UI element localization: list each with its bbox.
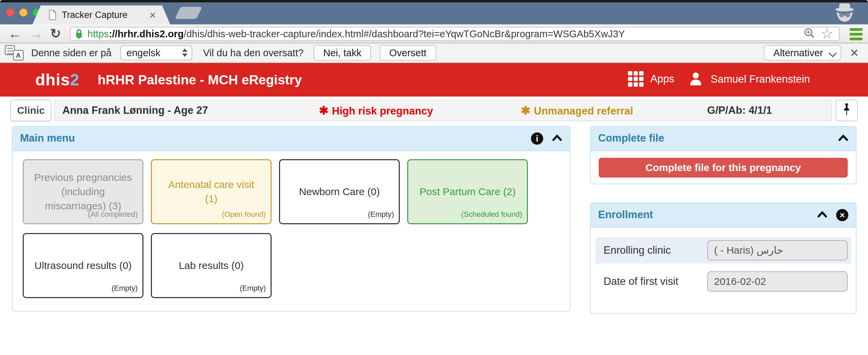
- patient-summary-bar: Clinic Anna Frank Lønning - Age 27 ✱High…: [0, 97, 868, 125]
- enrolling-clinic-label: Enrolling clinic: [604, 237, 671, 264]
- org-unit-button[interactable]: Clinic: [10, 100, 52, 121]
- user-menu[interactable]: Samuel Frankenstein: [688, 70, 810, 88]
- new-tab-button[interactable]: [175, 7, 202, 19]
- card-newborn-care[interactable]: Newborn Care (0) (Empty): [279, 159, 400, 224]
- translate-infobar: A Denne siden er på engelsk Vil du ha de…: [0, 43, 868, 63]
- url-path: /dhis/dhis-web-tracker-capture/index.htm…: [184, 28, 625, 39]
- card-lab-results[interactable]: Lab results (0) (Empty): [151, 233, 272, 298]
- language-select[interactable]: engelsk: [120, 45, 192, 60]
- asterisk-icon: ✱: [319, 104, 329, 117]
- complete-file-title: Complete file: [598, 127, 664, 150]
- url-scheme: https: [87, 28, 109, 39]
- forward-button[interactable]: →: [29, 25, 43, 42]
- window-minimize-button[interactable]: [19, 8, 27, 17]
- back-button[interactable]: ←: [8, 25, 22, 42]
- browser-tab[interactable]: Tracker Capture ×: [33, 5, 170, 24]
- date-of-first-visit-label: Date of first visit: [604, 268, 678, 295]
- browser-menu-button[interactable]: [850, 28, 863, 40]
- asterisk-icon: ✱: [521, 104, 531, 117]
- translate-decline-button[interactable]: Nei, takk: [314, 45, 371, 61]
- card-status: (Empty): [368, 209, 394, 220]
- main-menu-widget: Main menu i Previous pregnancies (includ…: [12, 126, 570, 312]
- card-label: Post Partum Care (2): [419, 185, 515, 199]
- card-status: (Empty): [240, 283, 266, 294]
- translate-options-button[interactable]: Alternativer: [764, 45, 842, 61]
- dhis2-logo[interactable]: dhis2: [35, 70, 79, 89]
- tab-title: Tracker Capture: [62, 10, 127, 20]
- collapse-chevron-up-icon[interactable]: [838, 134, 848, 143]
- complete-file-widget: Complete file Complete file for this pre…: [590, 126, 856, 184]
- apps-label: Apps: [650, 73, 674, 85]
- chevron-down-icon: [829, 49, 837, 57]
- translate-icon: A: [5, 45, 24, 61]
- collapse-chevron-up-icon[interactable]: [817, 211, 827, 220]
- card-status: (Open found): [222, 209, 266, 220]
- window-close-button[interactable]: [6, 8, 14, 17]
- url-text: https://hrhr.dhis2.org/dhis/dhis-web-tra…: [87, 28, 625, 40]
- user-name: Samuel Frankenstein: [711, 73, 810, 85]
- date-of-first-visit-field: 2016-02-02: [707, 271, 848, 292]
- user-icon: [688, 70, 704, 88]
- url-domain: ://hrhr.dhis2.org: [109, 28, 184, 39]
- enrollment-header[interactable]: Enrollment ×: [591, 203, 856, 228]
- collapse-chevron-up-icon[interactable]: [552, 134, 562, 143]
- apps-grid-icon: [628, 71, 644, 87]
- bookmark-star-icon[interactable]: ☆: [821, 27, 833, 41]
- apps-menu[interactable]: Apps: [628, 71, 674, 87]
- high-risk-flag: ✱High risk pregnancy: [319, 100, 433, 121]
- card-label: Ultrasound results (0): [35, 258, 132, 273]
- close-widget-icon[interactable]: ×: [836, 209, 848, 221]
- date-of-first-visit-row: Date of first visit 2016-02-02: [595, 268, 851, 295]
- zoom-page-icon[interactable]: [803, 27, 816, 41]
- translate-close-icon[interactable]: ×: [850, 46, 859, 60]
- card-previous-pregnancies[interactable]: Previous pregnancies (including miscarri…: [23, 159, 143, 224]
- enrollment-widget: Enrollment × Enrolling clinic ( - Haris)…: [590, 203, 856, 314]
- window-top-edge: [0, 0, 868, 2]
- card-status: (All completed): [88, 209, 138, 220]
- browser-toolbar: ← → ↻ https://hrhr.dhis2.org/dhis/dhis-w…: [0, 24, 868, 43]
- browser-tab-bar: Tracker Capture ×: [0, 0, 868, 24]
- main-menu-title: Main menu: [20, 127, 75, 150]
- pushpin-icon: [842, 103, 851, 118]
- screen: Tracker Capture × ← → ↻: [0, 0, 868, 355]
- complete-file-header[interactable]: Complete file: [591, 127, 856, 151]
- enrollment-title: Enrollment: [598, 203, 653, 226]
- gpab-value: G/P/Ab: 4/1/1: [707, 100, 772, 121]
- language-select-value: engelsk: [126, 47, 160, 58]
- card-label: Previous pregnancies (including miscarri…: [33, 170, 134, 213]
- patient-name: Anna Frank Lønning - Age 27: [62, 100, 208, 121]
- secure-lock-icon[interactable]: [75, 28, 83, 40]
- page-favicon-icon: [48, 9, 57, 20]
- card-status: (Scheduled found): [461, 209, 522, 220]
- card-label: Lab results (0): [179, 258, 244, 273]
- reload-button[interactable]: ↻: [50, 25, 61, 42]
- patient-info-bar: Anna Frank Lønning - Age 27 ✱High risk p…: [54, 100, 832, 121]
- card-label: Newborn Care (0): [299, 185, 380, 199]
- complete-file-button[interactable]: Complete file for this pregnancy: [599, 158, 848, 178]
- address-bar[interactable]: https://hrhr.dhis2.org/dhis/dhis-web-tra…: [70, 27, 840, 41]
- program-stage-cards: Previous pregnancies (including miscarri…: [23, 159, 528, 298]
- unmanaged-referral-flag: ✱Unmanaged referral: [521, 100, 633, 121]
- translate-message: Denne siden er på: [31, 47, 112, 59]
- tab-close-icon[interactable]: ×: [149, 9, 156, 21]
- card-ultrasound-results[interactable]: Ultrasound results (0) (Empty): [23, 233, 143, 298]
- app-title: hRHR Palestine - MCH eRegistry: [98, 72, 302, 87]
- select-arrows-icon: [182, 48, 188, 57]
- translate-question: Vil du ha den oversatt?: [203, 47, 303, 59]
- incognito-icon: [830, 3, 859, 24]
- card-post-partum-care[interactable]: Post Partum Care (2) (Scheduled found): [407, 159, 528, 224]
- main-menu-header[interactable]: Main menu i: [13, 127, 570, 151]
- card-status: (Empty): [112, 283, 138, 294]
- window-controls: [6, 8, 41, 17]
- enrolling-clinic-row: Enrolling clinic ( - Haris) حارس: [595, 237, 851, 264]
- address-bar-actions: ☆: [803, 27, 839, 41]
- info-icon[interactable]: i: [531, 132, 543, 145]
- card-antenatal-care-visit[interactable]: Antenatal care visit (1) (Open found): [151, 159, 272, 224]
- translate-accept-button[interactable]: Oversett: [380, 45, 436, 61]
- card-label: Antenatal care visit (1): [161, 178, 262, 206]
- app-header: dhis2 hRHR Palestine - MCH eRegistry App…: [0, 63, 868, 97]
- pin-widget-button[interactable]: [835, 100, 858, 121]
- enrolling-clinic-field: ( - Haris) حارس: [707, 240, 848, 260]
